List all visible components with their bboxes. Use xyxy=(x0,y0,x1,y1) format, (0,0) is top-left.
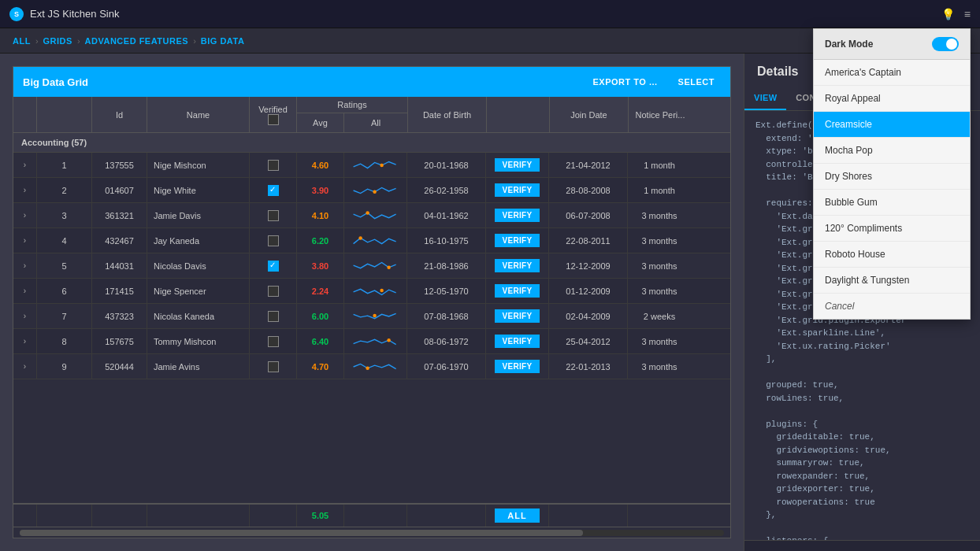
theme-item-7[interactable]: Roboto House xyxy=(814,242,970,268)
theme-item-3[interactable]: Mocha Pop xyxy=(814,138,970,164)
dropdown-overlay: Dark Mode America's CaptainRoyal AppealC… xyxy=(0,0,980,551)
theme-item-2[interactable]: Creamsicle xyxy=(814,112,970,138)
theme-item-0[interactable]: America's Captain xyxy=(814,60,970,86)
toggle-thumb xyxy=(946,39,957,50)
theme-item-1[interactable]: Royal Appeal xyxy=(814,86,970,112)
cancel-item[interactable]: Cancel xyxy=(814,294,970,319)
toggle-track[interactable] xyxy=(932,37,959,51)
theme-list: America's CaptainRoyal AppealCreamsicleM… xyxy=(814,60,970,294)
dropdown-menu: Dark Mode America's CaptainRoyal AppealC… xyxy=(813,28,971,320)
dark-mode-label: Dark Mode xyxy=(825,39,873,50)
theme-item-5[interactable]: Bubble Gum xyxy=(814,190,970,216)
dropdown-header: Dark Mode xyxy=(814,29,970,60)
dark-mode-toggle[interactable] xyxy=(932,37,959,51)
theme-item-6[interactable]: 120° Compliments xyxy=(814,216,970,242)
theme-item-8[interactable]: Daylight & Tungsten xyxy=(814,268,970,294)
theme-item-4[interactable]: Dry Shores xyxy=(814,164,970,190)
